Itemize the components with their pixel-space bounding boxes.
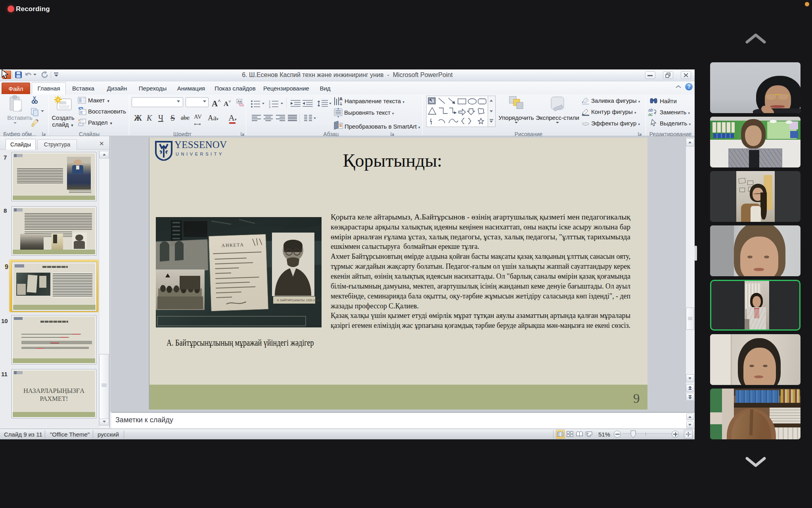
svg-text:2: 2 — [269, 103, 270, 106]
svg-text:К. БАЙТИРСЫНЫТЫ. 1920-22 Ж.Ж.: К. БАЙТИРСЫНЫТЫ. 1920-22 Ж.Ж. — [277, 298, 322, 302]
svg-text:3: 3 — [269, 106, 270, 108]
svg-text:A: A — [339, 96, 343, 101]
svg-text:ac: ac — [648, 112, 653, 116]
svg-text:1: 1 — [269, 100, 270, 103]
svg-text:АНКЕТА: АНКЕТА — [221, 242, 244, 248]
svg-text:Аа: Аа — [237, 100, 241, 103]
